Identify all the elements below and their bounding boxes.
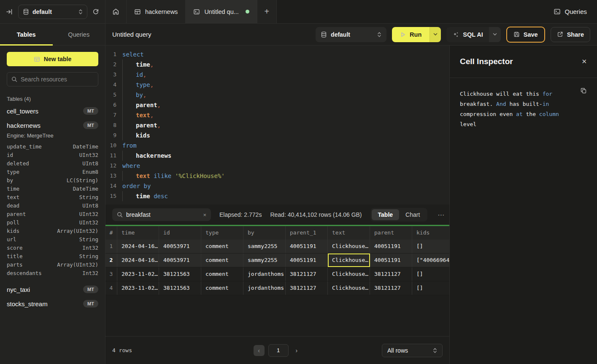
sql-ai-options-button[interactable] [489, 27, 501, 42]
column-header[interactable]: parent [370, 226, 412, 240]
queries-button[interactable]: Queries [554, 8, 587, 15]
schema-column-row[interactable]: pollUInt32 [0, 218, 105, 226]
column-header[interactable]: text [328, 226, 370, 240]
run-options-button[interactable] [430, 27, 441, 42]
view-tab-chart[interactable]: Chart [399, 209, 426, 220]
view-toggle: Table Chart [370, 208, 428, 221]
column-header[interactable]: id [159, 226, 201, 240]
schema-column-row[interactable]: update_timeDateTime [0, 142, 105, 151]
sidebar-table-nyc-taxi[interactable]: nyc_taxi MT [0, 282, 105, 297]
table-cell[interactable]: comment [201, 240, 243, 253]
schema-column-row[interactable]: byLC(String) [0, 176, 105, 184]
column-header[interactable]: by [243, 226, 286, 240]
sql-editor[interactable]: 1select2time,3id,4type,5by,6parent,7text… [105, 46, 449, 205]
schema-column-row[interactable]: scoreInt32 [0, 243, 105, 252]
previous-page-button[interactable]: ‹ [254, 345, 265, 356]
column-header[interactable]: type [201, 226, 243, 240]
sidebar-tab-queries[interactable]: Queries [53, 24, 105, 45]
tab-home[interactable] [105, 0, 127, 23]
table-cell[interactable]: Clickhouse… [328, 281, 370, 295]
table-cell[interactable]: Clickhouse… [328, 253, 370, 267]
sidebar-tab-tables[interactable]: Tables [0, 24, 53, 45]
table-cell[interactable]: 2023-11-02… [117, 267, 159, 281]
table-cell[interactable]: 2024-04-16… [117, 253, 159, 267]
clear-search-icon[interactable]: × [203, 212, 206, 218]
results-search-input[interactable] [126, 211, 200, 218]
schema-column-row[interactable]: titleString [0, 252, 105, 260]
schema-column-row[interactable]: urlString [0, 235, 105, 243]
table-cell[interactable]: comment [201, 281, 243, 295]
new-tab-button[interactable]: + [257, 0, 277, 23]
table-cell[interactable]: 40051191 [286, 253, 328, 267]
column-header[interactable]: kids [412, 226, 449, 240]
table-cell[interactable]: 40051191 [370, 240, 412, 253]
sql-ai-button[interactable]: SQL AI [446, 27, 489, 42]
table-cell[interactable]: 40053971 [159, 253, 201, 267]
schema-column-row[interactable]: typeEnum8 [0, 167, 105, 176]
column-header[interactable]: time [117, 226, 159, 240]
table-cell[interactable]: 38121127 [286, 267, 328, 281]
share-button[interactable]: Share [551, 27, 590, 42]
collapse-sidebar-icon[interactable] [6, 8, 13, 15]
view-tab-table[interactable]: Table [372, 209, 400, 220]
table-cell[interactable]: ["40066964… [412, 253, 449, 267]
refresh-icon[interactable] [92, 8, 99, 15]
table-cell[interactable]: comment [201, 267, 243, 281]
table-cell[interactable]: sammy2255 [243, 253, 286, 267]
cell-inspector: Cell Inspector ✕ Clickhouse will eat thi… [449, 46, 597, 364]
table-cell[interactable]: [] [412, 281, 449, 295]
table-cell[interactable]: Clickhouse… [328, 267, 370, 281]
table-cell[interactable]: [] [412, 267, 449, 281]
table-row[interactable]: 32023-11-02…38121563commentjordanthoms38… [105, 267, 449, 281]
resource-search-input[interactable] [21, 76, 94, 83]
table-cell[interactable]: 38121127 [370, 267, 412, 281]
tab-hackernews[interactable]: hackernews [127, 0, 186, 23]
table-cell[interactable]: [] [412, 240, 449, 253]
page-number-input[interactable] [268, 344, 289, 357]
tab-untitled-query[interactable]: Untitled qu... [186, 0, 257, 23]
table-row[interactable]: 22024-04-16…40053971commentsammy22554005… [105, 253, 449, 267]
sidebar-table-hackernews[interactable]: hackernews MT [0, 118, 105, 132]
table-cell[interactable]: 40051191 [286, 240, 328, 253]
more-options-icon[interactable]: ⋯ [436, 211, 446, 219]
schema-column-row[interactable]: partsArray(UInt32) [0, 260, 105, 269]
table-cell[interactable]: comment [201, 253, 243, 267]
sql-token: parent [136, 122, 157, 129]
table-cell[interactable]: 40051191 [370, 253, 412, 267]
page-size-selector[interactable]: All rows [382, 344, 443, 357]
table-row[interactable]: 12024-04-16…40053971commentsammy22554005… [105, 240, 449, 253]
table-cell[interactable]: 40053971 [159, 240, 201, 253]
schema-column-row[interactable]: deletedUInt8 [0, 159, 105, 167]
sidebar-table-cell-towers[interactable]: cell_towers MT [0, 104, 105, 118]
column-header[interactable]: parent_1 [286, 226, 328, 240]
table-cell[interactable]: 38121127 [286, 281, 328, 295]
schema-column-row[interactable]: timeDateTime [0, 184, 105, 193]
table-cell[interactable]: 2023-11-02… [117, 281, 159, 295]
schema-column-row[interactable]: kidsArray(UInt32) [0, 226, 105, 235]
table-cell[interactable]: Clickhouse… [328, 240, 370, 253]
close-icon[interactable]: ✕ [581, 58, 587, 65]
schema-column-row[interactable]: textString [0, 193, 105, 201]
database-selector[interactable]: default [316, 27, 386, 42]
schema-column-row[interactable]: descendantsInt32 [0, 269, 105, 277]
sidebar-table-stocks-stream[interactable]: stocks_stream MT [0, 297, 105, 311]
schema-column-row[interactable]: idUInt32 [0, 151, 105, 159]
table-cell[interactable]: sammy2255 [243, 240, 286, 253]
new-table-button[interactable]: New table [7, 52, 98, 66]
table-cell[interactable]: 38121127 [370, 281, 412, 295]
table-row[interactable]: 42023-11-02…38121563commentjordanthoms38… [105, 281, 449, 295]
table-cell[interactable]: 2024-04-16… [117, 240, 159, 253]
run-button[interactable]: Run [392, 27, 430, 42]
next-page-button[interactable]: › [292, 347, 301, 354]
schema-column-type: UInt8 [82, 202, 98, 209]
table-cell[interactable]: jordanthoms [243, 281, 286, 295]
copy-icon[interactable] [580, 87, 587, 94]
table-cell[interactable]: jordanthoms [243, 267, 286, 281]
schema-column-row[interactable]: parentUInt32 [0, 210, 105, 218]
table-cell[interactable]: 38121563 [159, 267, 201, 281]
save-button[interactable]: Save [506, 27, 545, 43]
schema-column-row[interactable]: deadUInt8 [0, 201, 105, 210]
column-header[interactable]: # [105, 226, 117, 240]
database-selector[interactable]: default [18, 5, 87, 19]
table-cell[interactable]: 38121563 [159, 281, 201, 295]
